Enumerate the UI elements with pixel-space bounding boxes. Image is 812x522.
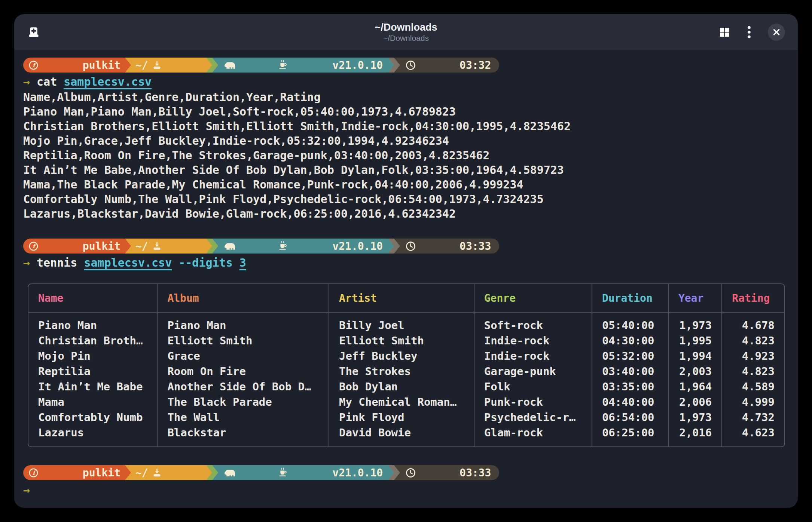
prompt-version-segment: v21.0.10 [212,465,388,480]
table-cell: The Black Parade [158,394,329,410]
table-cell: 4.823 [722,333,784,348]
table-cell: Elliott Smith [329,333,474,348]
fedora-icon: f [28,443,79,503]
table-cell: 03:35:00 [592,379,669,394]
csv-output: Name,Album,Artist,Genre,Duration,Year,Ra… [23,90,789,221]
table-cell: 06:25:00 [592,425,669,446]
table-cell: Grace [158,348,329,364]
download-tray-icon [152,217,202,276]
table-cell: 05:40:00 [592,313,669,333]
prompt-path-text: ~/ [135,240,148,252]
clock-icon [405,216,456,276]
fedora-icon: f [28,217,79,276]
table-cell: Indie-rock [474,333,592,348]
prompt-path-segment: ~/ [125,239,206,254]
prompt-time-segment: 03:32 [394,58,499,73]
table-cell: 4.732 [722,410,784,425]
prompt-version-text: v21.0.10 [332,240,383,252]
csv-line: Mama,The Black Parade,My Chemical Romanc… [23,177,789,192]
csv-line: Reptilia,Room On Fire,The Strokes,Garage… [23,148,789,163]
table-cell: Mojo Pin [28,348,158,364]
prompt-path-segment: ~/ [125,58,206,73]
table-cell: 03:40:00 [592,364,669,379]
table-cell: 4.823 [722,364,784,379]
prompt-user-segment: f pulkit [23,239,125,254]
column-header-album: Album [158,284,329,312]
table-cell: 1,973 [669,410,722,425]
table-cell: The Strokes [329,364,474,379]
prompt-time: 03:33 [460,467,491,479]
prompt-username: pulkit [83,240,120,252]
table-cell: 4.623 [722,425,784,446]
table-cell: Pink Floyd [329,410,474,425]
table-cell: Punk-rock [474,394,592,410]
terminal-content: f pulkit ~/ [14,50,798,497]
table-cell: 2,006 [669,394,722,410]
kebab-menu-icon[interactable] [747,26,751,39]
table-cell: 1,964 [669,379,722,394]
table-cell: 4.589 [722,379,784,394]
grid-view-icon[interactable] [718,26,730,38]
elephant-icon [224,443,275,502]
table-body: Piano ManPiano ManBilly JoelSoft-rock05:… [28,313,784,446]
table-cell: 1,994 [669,348,722,364]
table-cell: Room On Fire [158,364,329,379]
csv-line: Mojo Pin,Grace,Jeff Buckley,Indie-rock,0… [23,133,789,148]
prompt-path-text: ~/ [135,467,148,479]
fedora-icon: f [28,36,79,95]
prompt-username: pulkit [83,467,120,479]
table-cell: My Chemical Roman… [329,394,474,410]
prompt-user-segment: f pulkit [23,58,125,73]
table-cell: Soft-rock [474,313,592,333]
table-cell: 1,973 [669,313,722,333]
prompt-path-segment: ~/ [125,465,206,480]
table-cell: 4.678 [722,313,784,333]
close-icon[interactable] [768,24,785,41]
prompt-path-text: ~/ [135,59,148,71]
table-cell: 4.923 [722,348,784,364]
table-cell: Folk [474,379,592,394]
table-cell: Mama [28,394,158,410]
column-header-genre: Genre [474,284,592,312]
csv-line: Christian Brothers,Elliott Smith,Elliott… [23,119,789,133]
terminal-window: ~/Downloads ~/Downloads [14,14,798,508]
table-cell: 04:30:00 [592,333,669,348]
prompt-version-text: v21.0.10 [332,467,383,479]
coffee-cup-icon [278,443,329,503]
result-table: Name Album Artist Genre Duration Year Ra… [28,283,785,447]
elephant-icon [224,217,275,276]
table-cell: It Ain’t Me Babe [28,379,158,394]
table-cell: Another Side Of Bob D… [158,379,329,394]
table-header-row: Name Album Artist Genre Duration Year Ra… [28,284,784,313]
coffee-cup-icon [278,216,329,276]
prompt-time-segment: 03:33 [394,465,499,480]
table-cell: Psychedelic-r… [474,410,592,425]
table-cell: Piano Man [158,313,329,333]
table-cell: Elliott Smith [158,333,329,348]
powerline-prompt: f pulkit ~/ [23,239,789,254]
table-cell: The Wall [158,410,329,425]
table-cell: Billy Joel [329,313,474,333]
table-cell: Bob Dylan [329,379,474,394]
prompt-time: 03:33 [460,240,491,252]
table-cell: Glam-rock [474,425,592,446]
powerline-prompt: f pulkit ~/ [23,58,789,73]
download-tray-icon [152,36,202,95]
table-cell: 2,016 [669,425,722,446]
table-cell: Garage-punk [474,364,592,379]
prompt-username: pulkit [83,59,120,71]
table-cell: 1,995 [669,333,722,348]
table-cell: 05:32:00 [592,348,669,364]
table-cell: 4.999 [722,394,784,410]
csv-line: It Ain’t Me Babe,Another Side Of Bob Dyl… [23,163,789,177]
prompt-time-segment: 03:33 [394,239,499,254]
prompt-slot: f pulkit ~/ [23,58,789,73]
elephant-icon [224,36,275,95]
prompt-version-text: v21.0.10 [332,59,383,71]
powerline-prompt: f pulkit ~/ [23,465,789,480]
clock-icon [405,443,456,503]
column-header-artist: Artist [329,284,474,312]
download-tray-icon [152,443,202,503]
csv-line: Piano Man,Piano Man,Billy Joel,Soft-rock… [23,104,789,119]
table-cell: Comfortably Numb [28,410,158,425]
